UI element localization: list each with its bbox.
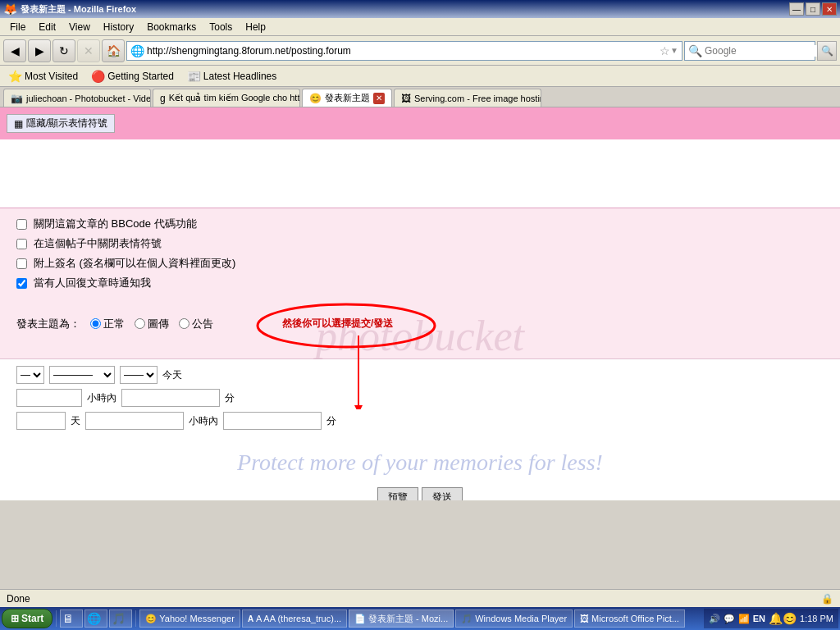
taskbar-tray: 🔊 💬 📶 EN 🔔😊 1:18 PM (704, 609, 838, 628)
checkbox-emoji-label: 在這個帖子中關閉表情符號 (34, 236, 162, 251)
latest-headlines-icon: 📰 (187, 70, 201, 83)
latest-headlines-label: Latest Headlines (203, 71, 276, 82)
radio-group-type: 正常 圖傳 公告 (90, 317, 213, 331)
taskbar-btn-browser[interactable]: 🌐 (84, 609, 107, 628)
tab-google[interactable]: g Kết quả tìm kiếm Google cho http://lib… (153, 89, 300, 107)
search-bar[interactable]: 🔍 ▼ (684, 41, 815, 61)
bookmark-getting-started[interactable]: 🔴 Getting Started (88, 68, 177, 84)
hour-input1[interactable] (16, 389, 82, 407)
start-label: Start (21, 613, 43, 624)
address-input[interactable] (147, 45, 660, 57)
taskbar-btn-aa[interactable]: A A AA (theresa_truc)... (242, 609, 347, 628)
office-icon: 🖼 (580, 614, 589, 623)
minute-input1[interactable] (121, 389, 220, 407)
radio-announce-label: 公告 (192, 317, 213, 331)
toggle-icon: ▦ (14, 118, 23, 130)
option-row-signature: 附上簽名 (簽名欄可以在個人資料裡面更改) (16, 256, 824, 271)
star-icon[interactable]: ☆ (660, 44, 670, 57)
day-select[interactable]: — (16, 366, 44, 384)
address-bar[interactable]: 🌐 ☆ ▼ (126, 41, 682, 61)
dropdown-icon[interactable]: ▼ (670, 46, 678, 55)
stop-button[interactable]: ✕ (77, 39, 100, 62)
taskbar-btn-wmp[interactable]: 🎵 Windows Media Player (455, 609, 573, 628)
radio-announce-input[interactable] (179, 318, 189, 329)
maximize-button[interactable]: □ (806, 2, 820, 16)
taskbar-separator (56, 610, 57, 627)
firefox-taskbar-icon: 📄 (354, 614, 366, 624)
menu-bookmarks[interactable]: Bookmarks (140, 20, 203, 34)
radio-image-input[interactable] (135, 318, 145, 329)
menu-help[interactable]: Help (239, 20, 272, 34)
menu-view[interactable]: View (62, 20, 97, 34)
window-title: 發表新主題 - Mozilla Firefox (21, 3, 136, 16)
tab-post-close[interactable]: ✕ (373, 93, 385, 104)
tab-photobucket-icon: 📷 (11, 93, 23, 104)
radio-normal-input[interactable] (90, 318, 101, 329)
minute-input2[interactable] (223, 412, 322, 430)
checkbox-bbcode[interactable] (16, 219, 27, 230)
checkbox-notify[interactable] (16, 278, 27, 289)
start-button[interactable]: ⊞ Start (2, 609, 52, 628)
most-visited-label: Most Visited (25, 71, 78, 82)
window-controls: — □ ✕ (789, 2, 837, 16)
toggle-emotions-button[interactable]: ▦ 隱藏/顯示表情符號 (7, 114, 115, 133)
bookmark-most-visited[interactable]: ⭐ Most Visited (5, 68, 81, 84)
submit-button[interactable]: 發送 (422, 487, 463, 500)
year-select[interactable]: —— (120, 366, 158, 384)
taskbar-btn-yahoo[interactable]: 😊 Yahoo! Messenger (139, 609, 240, 628)
taskbar: ⊞ Start 🖥 🌐 🎵 😊 Yahoo! Messenger A A AA … (0, 607, 840, 630)
taskbar-btn-office[interactable]: 🖼 Microsoft Office Pict... (574, 609, 685, 628)
status-icons: 🔒 (821, 593, 833, 605)
getting-started-label: Getting Started (107, 71, 174, 82)
titlebar: 🦊 發表新主題 - Mozilla Firefox — □ ✕ (0, 0, 840, 18)
reload-button[interactable]: ↻ (52, 39, 75, 62)
forward-button[interactable]: ▶ (28, 39, 51, 62)
white-area (0, 143, 840, 208)
go-button[interactable]: 🔍 (817, 41, 837, 61)
tab-post-label: 發表新主題 (325, 92, 370, 104)
tray-time: 1:18 PM (800, 614, 833, 623)
radio-image-label: 圖傳 (148, 317, 169, 331)
windows-icon: ⊞ (11, 613, 19, 624)
annotation-container: 然後你可以選擇提交/發送 (272, 312, 403, 336)
tab-post[interactable]: 😊 發表新主題 ✕ (302, 89, 392, 107)
home-button[interactable]: 🏠 (102, 39, 125, 62)
datetime-row2: 小時內 分 (16, 389, 824, 407)
radio-normal-label: 正常 (103, 317, 125, 331)
tab-google-label: Kết quả tìm kiếm Google cho http://libr.… (169, 93, 300, 103)
checkbox-signature[interactable] (16, 258, 27, 269)
menubar: File Edit View History Bookmarks Tools H… (0, 18, 840, 36)
browser-icon: 🌐 (87, 612, 101, 625)
radio-normal: 正常 (90, 317, 125, 331)
tray-sound-icon: 🔊 (709, 614, 720, 624)
checkbox-emoji[interactable] (16, 239, 27, 249)
menu-edit[interactable]: Edit (32, 20, 62, 34)
taskbar-btn-media-mini[interactable]: 🎵 (109, 609, 132, 628)
month-select[interactable]: ———— (49, 366, 115, 384)
back-button[interactable]: ◀ (3, 39, 26, 62)
toolbar: ◀ ▶ ↻ ✕ 🏠 🌐 ☆ ▼ 🔍 ▼ 🔍 (0, 36, 840, 66)
menu-tools[interactable]: Tools (203, 20, 239, 34)
most-visited-icon: ⭐ (8, 70, 22, 83)
tabs-bar: 📷 juliechoan - Photobucket - Video and I… (0, 87, 840, 107)
tab-post-icon: 😊 (309, 93, 322, 104)
search-input[interactable] (705, 45, 828, 57)
tab-serving[interactable]: 🖼 Serving.com - Free image hosting serv.… (394, 89, 541, 107)
bookmark-latest-headlines[interactable]: 📰 Latest Headlines (184, 68, 280, 84)
preview-button[interactable]: 預覽 (377, 487, 418, 500)
tab-photobucket[interactable]: 📷 juliechoan - Photobucket - Video and I… (3, 89, 151, 107)
tab-photobucket-label: juliechoan - Photobucket - Video and I..… (26, 94, 151, 103)
close-button[interactable]: ✕ (822, 2, 837, 16)
radio-image: 圖傳 (135, 317, 169, 331)
minutes2-label: 分 (326, 414, 336, 428)
day-input[interactable] (16, 412, 66, 430)
tab-serving-icon: 🖼 (401, 93, 411, 104)
hour-input2[interactable] (85, 412, 184, 430)
bottom-buttons: 預覽 發送 (0, 484, 840, 500)
minimize-button[interactable]: — (789, 2, 804, 16)
taskbar-btn-desktop[interactable]: 🖥 (60, 609, 83, 628)
hours2-label: 小時內 (189, 414, 218, 428)
taskbar-btn-firefox[interactable]: 📄 發表新主題 - Mozi... (349, 609, 454, 628)
menu-file[interactable]: File (3, 20, 32, 34)
menu-history[interactable]: History (97, 20, 140, 34)
